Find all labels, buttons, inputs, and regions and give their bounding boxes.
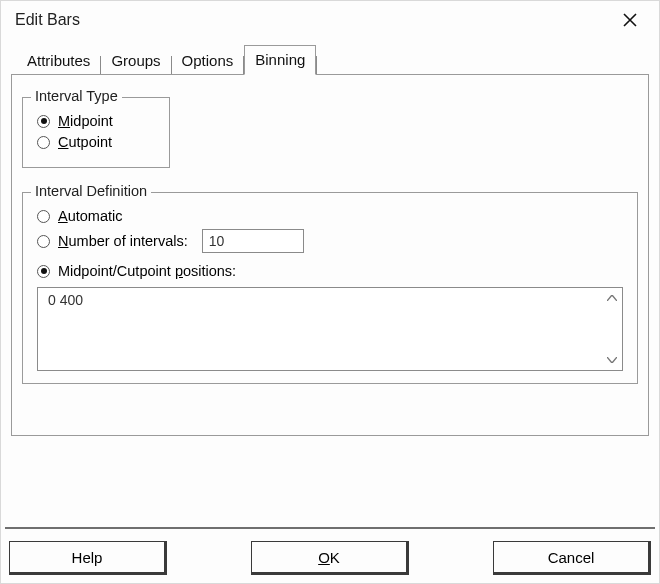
radio-midpoint[interactable]: Midpoint [37, 113, 155, 129]
close-icon[interactable] [611, 5, 649, 35]
ok-button[interactable]: OK [251, 541, 409, 575]
tab-groups[interactable]: Groups [101, 47, 170, 74]
radio-icon [37, 136, 50, 149]
help-button[interactable]: Help [9, 541, 167, 575]
tab-separator [316, 56, 317, 74]
groupbox-interval-definition: Interval Definition Automatic Number of … [22, 192, 638, 384]
dialog-body: Attributes Groups Options Binning Interv… [11, 45, 649, 436]
cancel-button[interactable]: Cancel [493, 541, 651, 575]
tab-binning[interactable]: Binning [244, 45, 316, 75]
radio-icon [37, 115, 50, 128]
groupbox-legend: Interval Definition [31, 183, 151, 199]
radio-automatic[interactable]: Automatic [37, 208, 623, 224]
titlebar: Edit Bars [1, 1, 659, 39]
radio-label: Midpoint/Cutpoint positions: [58, 263, 236, 279]
radio-label: Midpoint [58, 113, 113, 129]
tab-attributes[interactable]: Attributes [17, 47, 100, 74]
groupbox-interval-type: Interval Type Midpoint Cutpoint [22, 97, 170, 168]
radio-number-of-intervals[interactable]: Number of intervals: [37, 229, 623, 253]
positions-value: 0 400 [48, 292, 600, 308]
number-of-intervals-input[interactable] [202, 229, 304, 253]
tab-options[interactable]: Options [172, 47, 244, 74]
separator [5, 527, 655, 529]
radio-icon [37, 265, 50, 278]
radio-cutpoint[interactable]: Cutpoint [37, 134, 155, 150]
radio-label: Number of intervals: [58, 233, 188, 249]
edit-bars-dialog: Edit Bars Attributes Groups Options Binn… [0, 0, 660, 584]
dialog-title: Edit Bars [15, 11, 80, 29]
tab-panel-binning: Interval Type Midpoint Cutpoint Interval… [11, 74, 649, 436]
chevron-up-icon[interactable] [605, 291, 619, 305]
radio-positions[interactable]: Midpoint/Cutpoint positions: [37, 263, 623, 279]
positions-textarea[interactable]: 0 400 [37, 287, 623, 371]
groupbox-legend: Interval Type [31, 88, 122, 104]
button-row: Help OK Cancel [9, 541, 651, 575]
tab-strip: Attributes Groups Options Binning [11, 45, 649, 74]
radio-icon [37, 235, 50, 248]
radio-label: Cutpoint [58, 134, 112, 150]
radio-label: Automatic [58, 208, 122, 224]
radio-icon [37, 210, 50, 223]
chevron-down-icon[interactable] [605, 353, 619, 367]
